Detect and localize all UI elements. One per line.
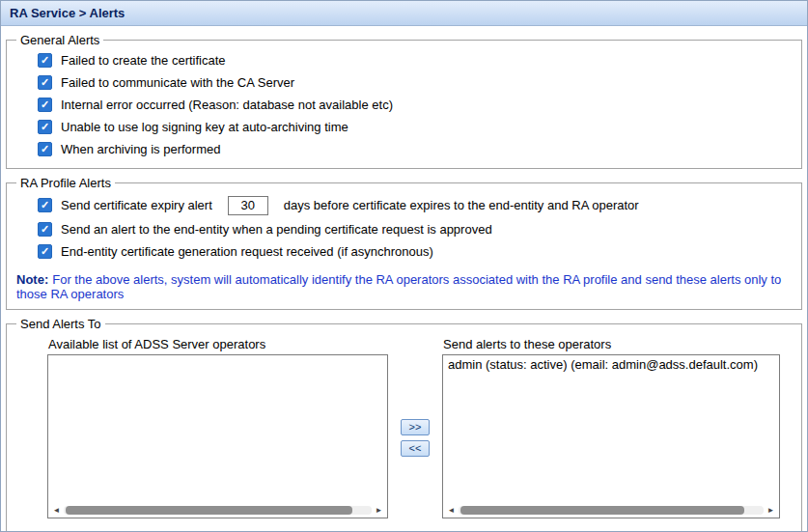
scroll-left-arrow-icon[interactable]: ◄	[49, 504, 64, 517]
available-operators-column: Available list of ADSS Server operators …	[47, 335, 388, 518]
note-text: For the above alerts, system will automa…	[16, 272, 781, 301]
ra-profile-note: Note:For the above alerts, system will a…	[16, 272, 794, 301]
checkbox-checked-icon[interactable]: ✓	[38, 244, 52, 259]
move-buttons: >> <<	[388, 335, 442, 519]
operator-lists: Available list of ADSS Server operators …	[47, 335, 794, 519]
checkbox-checked-icon[interactable]: ✓	[38, 75, 52, 90]
scrollbar-thumb[interactable]	[460, 506, 744, 515]
checkbox-checked-icon[interactable]: ✓	[38, 120, 52, 134]
scrollbar-track[interactable]	[64, 506, 372, 515]
alert-option-internal-error[interactable]: ✓ Internal error occurred (Reason: datab…	[38, 94, 794, 116]
expiry-suffix-label: days before certificate expires to the e…	[284, 198, 639, 212]
ra-profile-alerts-section: RA Profile Alerts ✓ Send certificate exp…	[6, 176, 802, 310]
move-left-button[interactable]: <<	[401, 440, 430, 457]
send-alerts-section: Send Alerts To Available list of ADSS Se…	[6, 317, 802, 532]
scroll-right-arrow-icon[interactable]: ►	[372, 504, 386, 517]
checkbox-checked-icon[interactable]: ✓	[38, 222, 52, 237]
alert-option-log-signing-key[interactable]: ✓ Unable to use log signing key at auto-…	[38, 116, 794, 138]
operator-list-item[interactable]: admin (status: active) (email: admin@ads…	[443, 355, 779, 374]
general-alerts-legend: General Alerts	[16, 33, 103, 47]
alert-option-label: End-entity certificate generation reques…	[61, 244, 433, 259]
alert-option-label: Failed to communicate with the CA Server	[61, 75, 294, 90]
selected-operators-column: Send alerts to these operators admin (st…	[442, 335, 780, 518]
checkbox-checked-icon[interactable]: ✓	[38, 98, 52, 112]
scrollbar-thumb[interactable]	[66, 506, 352, 515]
alert-option-failed-communicate[interactable]: ✓ Failed to communicate with the CA Serv…	[38, 71, 794, 94]
scroll-left-arrow-icon[interactable]: ◄	[444, 504, 459, 517]
general-alerts-section: General Alerts ✓ Failed to create the ce…	[6, 33, 802, 169]
alert-option-generation-request[interactable]: ✓ End-entity certificate generation requ…	[38, 240, 794, 263]
checkbox-checked-icon[interactable]: ✓	[38, 53, 52, 68]
scrollbar-track[interactable]	[459, 506, 764, 515]
alert-option-label: Failed to create the certificate	[61, 53, 226, 68]
alert-option-label: When archiving is performed	[61, 142, 220, 156]
available-operators-label: Available list of ADSS Server operators	[48, 337, 388, 351]
ra-profile-alerts-legend: RA Profile Alerts	[16, 176, 115, 190]
breadcrumb: RA Service > Alerts	[10, 6, 125, 20]
scroll-right-arrow-icon[interactable]: ►	[764, 504, 778, 517]
page-title-bar: RA Service > Alerts	[1, 1, 807, 26]
checkbox-checked-icon[interactable]: ✓	[38, 198, 52, 212]
note-label: Note:	[16, 272, 48, 287]
available-operators-list[interactable]: ◄ ►	[47, 354, 388, 518]
alert-option-archiving-performed[interactable]: ✓ When archiving is performed	[38, 138, 794, 160]
alert-option-label: Internal error occurred (Reason: databas…	[61, 98, 393, 112]
selected-operators-label: Send alerts to these operators	[443, 337, 780, 351]
alert-option-failed-create[interactable]: ✓ Failed to create the certificate	[38, 49, 794, 71]
send-alerts-legend: Send Alerts To	[16, 317, 105, 331]
alert-option-certificate-expiry[interactable]: ✓ Send certificate expiry alert days bef…	[38, 192, 794, 218]
ra-service-alerts-page: RA Service > Alerts General Alerts ✓ Fai…	[0, 0, 808, 532]
move-right-button[interactable]: >>	[401, 419, 430, 435]
checkbox-checked-icon[interactable]: ✓	[38, 142, 52, 156]
expiry-days-input[interactable]	[228, 196, 268, 215]
alert-option-label: Unable to use log signing key at auto-ar…	[61, 120, 348, 134]
expiry-prefix-label: Send certificate expiry alert	[61, 198, 212, 212]
selected-operators-list[interactable]: admin (status: active) (email: admin@ads…	[442, 354, 780, 518]
alert-option-pending-approved[interactable]: ✓ Send an alert to the end-entity when a…	[38, 218, 794, 240]
horizontal-scrollbar[interactable]: ◄ ►	[49, 504, 386, 517]
alert-option-label: Send an alert to the end-entity when a p…	[61, 222, 492, 237]
horizontal-scrollbar[interactable]: ◄ ►	[444, 504, 778, 517]
